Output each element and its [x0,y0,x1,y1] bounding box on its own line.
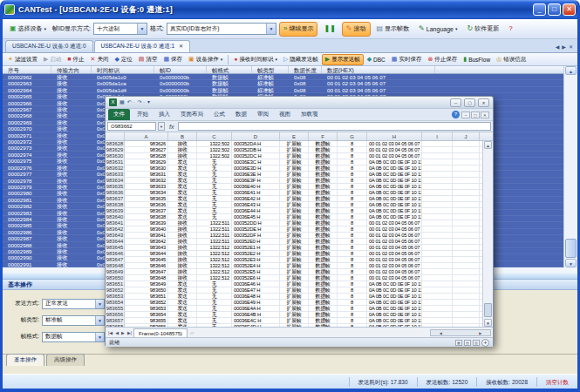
column-header[interactable]: 时间标识 [92,66,154,73]
close-button[interactable]: ✕ [563,3,576,16]
page-break-view-icon[interactable]: ▥ [473,340,480,346]
row-header[interactable]: 983648 [106,263,125,268]
column-header-H[interactable]: H [367,132,422,140]
close-channel-button[interactable]: ✕关闭 [88,54,112,65]
sheet-tab[interactable]: Frame(0-1048575) [133,328,188,337]
stop-save-button[interactable]: ⊗停止保存 [425,54,460,65]
frame-format-select[interactable]: 数据帧 ▼ [42,332,105,342]
row-header[interactable]: 983654 [106,300,125,305]
show-frame-count-button[interactable]: ▤显示帧数 [373,22,413,37]
ribbon-tab-2[interactable]: 插入 [154,109,175,120]
row-header[interactable]: 983646 [106,251,125,256]
software-update-button[interactable]: ↻软件更新 [463,22,502,37]
scroll-down-icon[interactable]: ▼ [565,259,577,267]
row-header[interactable]: 983628 [106,141,125,146]
locate-button[interactable]: ◆定位 [112,54,134,65]
send-mode-select[interactable]: 正常发送 ▼ [42,299,105,309]
tab-advanced-operation[interactable]: 高级操作 [46,354,85,366]
excel-horizontal-scrollbar[interactable]: ◀▶ [430,329,491,336]
save-button[interactable]: ▦保存 [160,54,185,65]
device-operation-button[interactable]: ▣设备操作▾ [186,54,225,65]
zoom-in-icon[interactable]: + [481,339,489,347]
column-header-F[interactable]: F [309,132,338,140]
row-header[interactable]: 983632 [106,166,125,171]
row-header[interactable]: 983638 [106,202,125,207]
row-header[interactable]: 983639 [106,208,125,213]
clear-button[interactable]: ▤清空 [136,54,160,65]
row-header[interactable]: 983644 [106,239,125,244]
ribbon-tab-7[interactable]: 视图 [274,109,296,120]
tab-close-all-icon[interactable]: ✕ [569,44,573,50]
last-sheet-icon[interactable]: ▶| [126,330,133,335]
tab-channel-0[interactable]: USBCAN-2E-U 设备:0 通道:0 [5,40,93,52]
error-info-button[interactable]: ◎错误信息 [494,54,529,65]
busflow-button[interactable]: ▮BusFlow [461,54,493,65]
undo-icon[interactable]: ↶ · [127,98,135,106]
name-box[interactable]: O983662 [107,122,156,131]
help-icon[interactable]: ? [452,111,460,118]
row-header[interactable]: 983641 [106,220,125,226]
ribbon-tab-3[interactable]: 页面布局 [175,109,208,120]
scroll-down-icon[interactable]: ▼ [484,319,492,327]
select-device-button[interactable]: ▣选择设备▾ [6,22,50,37]
row-header[interactable]: 983650 [106,275,125,280]
quick-access-dropdown-icon[interactable]: ▾ [147,98,150,106]
row-header[interactable]: 983636 [106,190,125,195]
continue-display-button[interactable]: »继续显示 [279,22,317,37]
column-header[interactable]: 传输方向 [51,66,92,73]
row-header[interactable]: 983651 [106,281,125,287]
prev-sheet-icon[interactable]: ◀ [114,330,119,335]
column-header-C[interactable]: C [197,132,232,140]
workbook-close-icon[interactable]: ✕ [481,112,489,118]
column-header-J[interactable]: J [453,132,480,140]
row-header[interactable]: 983658 [106,324,125,327]
chevron-down-icon[interactable]: ▼ [158,122,165,131]
scroll-up-icon[interactable]: ▲ [565,66,577,75]
column-header[interactable]: 数据长度 [289,66,322,73]
help-button[interactable]: ? [505,22,515,37]
row-header[interactable]: 983645 [106,245,125,250]
dbc-button[interactable]: ◆DBC [365,54,388,65]
filter-settings-button[interactable]: ✦滤波设置 [5,54,40,65]
pause-display-button[interactable]: ❚❚ [320,22,338,37]
column-header[interactable]: 数据(HEX) [322,66,435,73]
excel-minimize-button[interactable]: ─ [450,98,461,107]
frame-id-display-select[interactable]: 十六进制▼ [93,23,147,35]
row-header[interactable]: 983635 [106,184,125,189]
row-header[interactable]: 983634 [106,178,125,183]
excel-vertical-scrollbar[interactable]: ▲ ▼ [482,141,493,327]
row-header[interactable]: 983647 [106,257,125,262]
column-header[interactable]: 帧格式 [207,66,252,73]
minimize-button[interactable]: _ [533,3,546,16]
row-header[interactable]: 983640 [106,214,125,220]
row-header[interactable]: 983631 [106,159,125,165]
stop-button[interactable]: ■停止 [65,54,86,65]
tab-scroll-left-icon[interactable]: ◀ [556,44,560,50]
tab-close-icon[interactable]: ✕ [179,44,183,49]
column-header-A[interactable]: A [125,132,168,140]
column-header[interactable]: 帧类型 [252,66,289,73]
normal-view-icon[interactable]: ▦ [455,340,462,346]
start-button[interactable]: ▶启动 [41,54,64,65]
ribbon-tab-8[interactable]: 加载项 [296,109,324,120]
row-header[interactable]: 983655 [106,306,125,311]
show-send-frames-button[interactable]: ▶显示发送帧 [322,54,364,65]
redo-icon[interactable]: ↷ · [137,98,145,106]
save-icon[interactable]: ▦ [119,98,125,106]
scrollbar-thumb[interactable] [484,303,492,317]
column-header-E[interactable]: E [280,132,309,140]
scroll-button[interactable]: ✎滚动 [342,22,371,37]
row-header[interactable]: 983656 [106,312,125,317]
realtime-save-button[interactable]: ▦实时保存 [389,54,425,65]
ribbon-tab-5[interactable]: 数据 [230,109,252,120]
scrollbar-thumb[interactable] [565,239,577,258]
insert-sheet-icon[interactable]: ▱ [188,330,195,335]
ribbon-tab-file[interactable]: 文件 [108,109,130,120]
row-header[interactable]: 983633 [106,172,125,177]
row-header[interactable]: 983652 [106,287,125,293]
row-header[interactable]: 983653 [106,294,125,299]
excel-close-button[interactable]: ✕ [478,98,489,107]
row-header[interactable]: 983642 [106,226,125,232]
first-sheet-icon[interactable]: |◀ [107,330,113,335]
formula-input[interactable] [178,122,491,131]
